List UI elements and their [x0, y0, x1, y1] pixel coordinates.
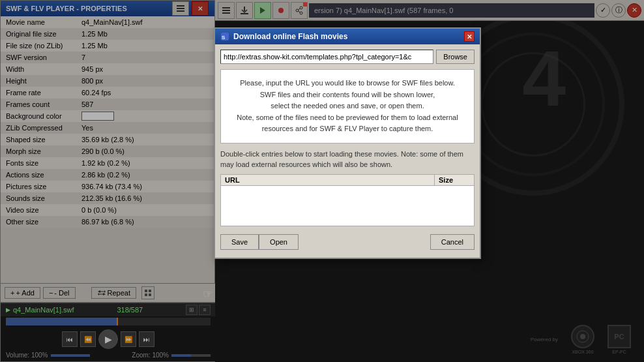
list-col-url: URL	[221, 175, 435, 185]
modal-notice-text: Double-click entries below to start load…	[220, 149, 475, 170]
modal-title-bar: S Download online Flash movies ✕	[215, 29, 480, 44]
info-line-4: Note, some of the files need to be previ…	[229, 112, 466, 124]
modal-info-box: Please, input the URL you would like to …	[220, 69, 475, 143]
list-col-size: Size	[435, 175, 474, 185]
info-line-1: Please, input the URL you would like to …	[229, 78, 466, 89]
info-line-3: select the needed ones and save, or open…	[229, 100, 466, 112]
modal-close-button[interactable]: ✕	[464, 31, 475, 42]
modal-overlay: S Download online Flash movies ✕ Browse …	[0, 0, 644, 362]
url-input-field[interactable]	[220, 50, 433, 64]
download-modal: S Download online Flash movies ✕ Browse …	[214, 27, 481, 259]
cancel-button[interactable]: Cancel	[430, 234, 475, 250]
browse-button[interactable]: Browse	[436, 50, 475, 64]
modal-footer: Save Open Cancel	[220, 232, 475, 252]
list-header: URL Size	[221, 175, 474, 186]
open-button[interactable]: Open	[259, 234, 299, 250]
modal-swf-icon: S	[220, 32, 229, 41]
list-body[interactable]	[221, 186, 474, 225]
url-input-row: Browse	[220, 50, 475, 64]
modal-title-text: Download online Flash movies	[233, 32, 347, 41]
svg-text:S: S	[222, 35, 226, 40]
info-line-5: resources and for SWF & FLV Player to ca…	[229, 123, 466, 135]
info-line-2: SWF files and their contents found will …	[229, 89, 466, 101]
save-button[interactable]: Save	[220, 234, 259, 250]
modal-file-list: URL Size	[220, 174, 475, 226]
modal-body: Browse Please, input the URL you would l…	[215, 44, 480, 258]
